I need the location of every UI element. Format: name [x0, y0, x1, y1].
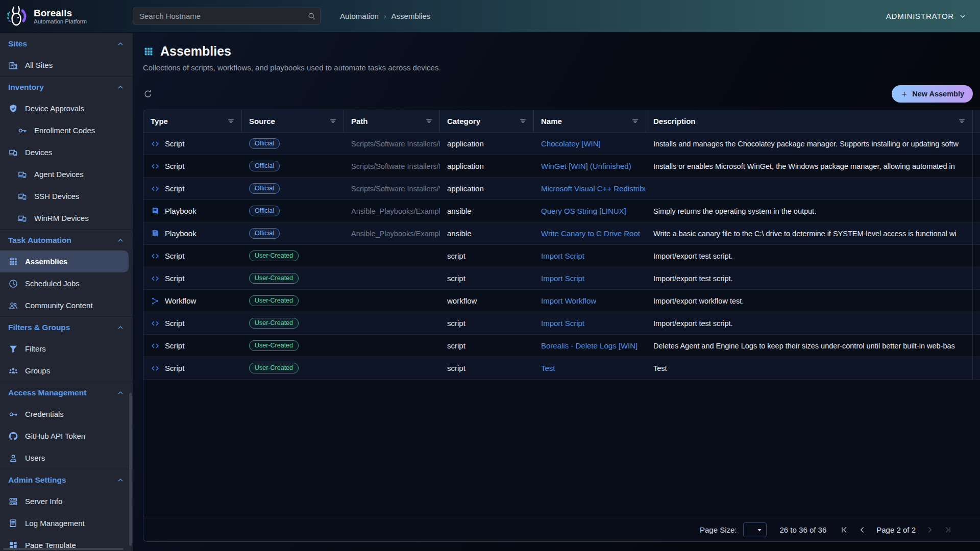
source-cell: Official [242, 155, 344, 177]
table-row[interactable]: ScriptUser-CreatedscriptImport ScriptImp… [143, 245, 980, 267]
filter-list-icon[interactable] [227, 117, 235, 126]
type-cell: Workflow [143, 290, 242, 312]
last-page-icon[interactable] [944, 525, 952, 534]
row-spacer [973, 245, 980, 267]
sidebar-vertical-scrollbar[interactable] [129, 393, 132, 546]
sidebar-section-admin-settings[interactable]: Admin Settings [0, 469, 133, 490]
sidebar-section-sites[interactable]: Sites [0, 33, 133, 54]
table-row[interactable]: ScriptOfficialScripts/Software Installer… [143, 178, 980, 200]
sidebar-item-filters[interactable]: Filters [0, 338, 133, 360]
sidebar-item-agent-devices[interactable]: Agent Devices [0, 163, 133, 185]
page-size-select[interactable] [743, 522, 767, 537]
source-badge: User-Created [249, 340, 299, 351]
key-icon [17, 126, 28, 136]
user-menu[interactable]: ADMINISTRATOR [886, 12, 980, 20]
table-row[interactable]: PlaybookOfficialAnsible_Playbooks/Exampl… [143, 200, 980, 222]
filter-list-icon[interactable] [958, 117, 966, 126]
assembly-name-link[interactable]: Import Workflow [541, 296, 596, 305]
user-icon [8, 453, 18, 463]
description-cell: Import/export test script. [646, 245, 973, 267]
search-input[interactable] [133, 8, 321, 24]
assembly-name-link[interactable]: Borealis - Delete Logs [WIN] [541, 341, 638, 350]
sidebar-item-community-content[interactable]: Community Content [0, 294, 133, 316]
column-label: Description [653, 117, 696, 126]
name-cell: Chocolatey [WIN] [534, 133, 646, 155]
sidebar-item-enrollment-codes[interactable]: Enrollment Codes [0, 119, 133, 141]
sidebar-horizontal-scrollbar[interactable] [3, 548, 124, 550]
sidebar-item-devices[interactable]: Devices [0, 141, 133, 163]
sidebar-section-task-automation[interactable]: Task Automation [0, 229, 133, 251]
category-cell: application [440, 178, 534, 199]
assembly-name-link[interactable]: Microsoft Visual C++ Redistribu [541, 184, 646, 193]
new-assembly-button[interactable]: New Assembly [892, 85, 973, 103]
sidebar-item-label: Device Approvals [25, 104, 84, 113]
source-badge: User-Created [249, 251, 299, 261]
previous-page-icon[interactable] [858, 525, 867, 534]
sidebar-item-credentials[interactable]: Credentials [0, 403, 133, 425]
sidebar-item-scheduled-jobs[interactable]: Scheduled Jobs [0, 272, 133, 294]
sidebar-item-server-info[interactable]: Server Info [0, 490, 133, 512]
building-icon [8, 60, 18, 70]
sidebar-section-filters-groups[interactable]: Filters & Groups [0, 316, 133, 338]
table-row[interactable]: ScriptUser-CreatedscriptTestTest [143, 357, 980, 380]
breadcrumb-current[interactable]: Assemblies [391, 12, 431, 20]
sidebar-section-inventory[interactable]: Inventory [0, 76, 133, 97]
category-cell: script [440, 357, 534, 379]
sidebar-item-github-api-token[interactable]: GitHub API Token [0, 425, 133, 447]
sidebar-item-label: Devices [25, 148, 52, 157]
source-cell: User-Created [242, 290, 344, 312]
category-cell: workflow [440, 290, 534, 312]
sidebar-item-device-approvals[interactable]: Device Approvals [0, 97, 133, 119]
pagination-page-text: Page 2 of 2 [876, 525, 916, 534]
column-header-type: Type [143, 110, 242, 132]
table-row[interactable]: ScriptOfficialScripts/Software Installer… [143, 155, 980, 178]
assembly-name-link[interactable]: Import Script [541, 319, 584, 328]
filter-list-icon[interactable] [425, 117, 433, 126]
sidebar-item-assemblies[interactable]: Assemblies [0, 251, 129, 272]
name-cell: WinGet [WIN] (Unfinished) [534, 155, 646, 177]
table-row[interactable]: ScriptUser-CreatedscriptBorealis - Delet… [143, 335, 980, 357]
table-row[interactable]: ScriptOfficialScripts/Software Installer… [143, 133, 980, 155]
path-cell [344, 245, 440, 267]
source-cell: Official [242, 222, 344, 244]
sidebar-item-users[interactable]: Users [0, 447, 133, 469]
filter-list-icon[interactable] [519, 117, 527, 126]
filter-list-icon[interactable] [631, 117, 640, 126]
sidebar-item-groups[interactable]: Groups [0, 360, 133, 382]
table-header: TypeSourcePathCategoryNameDescription [143, 110, 980, 133]
category-cell: script [440, 245, 534, 267]
source-badge: Official [249, 206, 280, 216]
filter-list-icon[interactable] [329, 117, 337, 126]
path-cell: Scripts/Software Installers/Pac [344, 133, 440, 155]
refresh-icon[interactable] [143, 89, 153, 99]
page-header: Assemblies [143, 44, 980, 59]
source-badge: User-Created [249, 363, 299, 373]
type-label: Workflow [165, 296, 196, 305]
assembly-name-link[interactable]: WinGet [WIN] (Unfinished) [541, 162, 631, 170]
first-page-icon[interactable] [840, 525, 848, 534]
assembly-name-link[interactable]: Import Script [541, 274, 584, 283]
chevron-up-icon [116, 236, 125, 244]
table-row[interactable]: PlaybookOfficialAnsible_Playbooks/Exampl… [143, 222, 980, 245]
assembly-name-link[interactable]: Import Script [541, 252, 584, 260]
sidebar-item-ssh-devices[interactable]: SSH Devices [0, 185, 133, 207]
sidebar-item-winrm-devices[interactable]: WinRM Devices [0, 207, 133, 229]
sidebar-section-access-management[interactable]: Access Management [0, 382, 133, 403]
next-page-icon[interactable] [925, 525, 934, 534]
sidebar-item-all-sites[interactable]: All Sites [0, 54, 133, 76]
name-cell: Import Script [534, 267, 646, 289]
breadcrumb-parent[interactable]: Automation [340, 12, 379, 20]
type-label: Script [165, 184, 184, 193]
table-row[interactable]: ScriptUser-CreatedscriptImport ScriptImp… [143, 312, 980, 335]
path-cell: Scripts/Software Installers/Vis [344, 178, 440, 199]
sidebar-item-label: SSH Devices [34, 192, 79, 201]
table-row[interactable]: WorkflowUser-CreatedworkflowImport Workf… [143, 290, 980, 312]
sidebar-item-log-management[interactable]: Log Management [0, 512, 133, 534]
assembly-name-link[interactable]: Query OS String [LINUX] [541, 207, 626, 215]
assembly-name-link[interactable]: Write Canary to C Drive Root [541, 229, 640, 238]
assembly-name-link[interactable]: Chocolatey [WIN] [541, 139, 601, 148]
table-row[interactable]: ScriptUser-CreatedscriptImport ScriptImp… [143, 267, 980, 290]
column-header-spacer [973, 110, 980, 132]
brand-subtitle: Automation Platform [34, 18, 87, 24]
assembly-name-link[interactable]: Test [541, 364, 555, 372]
